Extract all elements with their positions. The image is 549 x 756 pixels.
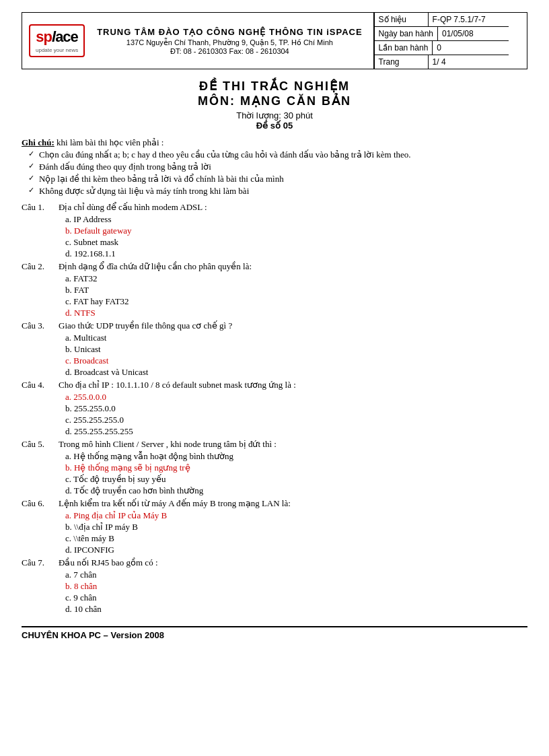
question-row: Câu 4.Cho địa chỉ IP : 10.1.1.10 / 8 có …	[22, 380, 527, 438]
note-intro: khi làm bài thi học viên phải :	[57, 137, 163, 147]
title-time: Thời lượng: 30 phút	[22, 110, 527, 121]
question-option: c. FAT hay FAT32	[65, 296, 527, 307]
header: splace update your news TRUNG TÂM ĐÀO TẠ…	[22, 12, 527, 69]
so-hieu-value: F-QP 7.5.1/7-7	[429, 13, 509, 26]
question-option: c. 255.255.255.0	[65, 415, 527, 425]
question-option: c. Broadcast	[65, 355, 527, 366]
question-option: b. \\địa chỉ IP máy B	[65, 522, 527, 532]
question-content: Trong mô hình Client / Server , khi node…	[59, 439, 527, 497]
note-item: Chọn câu đúng nhất a; b; c hay d theo yê…	[28, 149, 527, 160]
question-option: b. 255.255.0.0	[65, 403, 527, 414]
question-row: Câu 6.Lệnh kiểm tra kết nối từ máy A đến…	[22, 498, 527, 556]
question-option: a. IP Address	[65, 214, 527, 225]
question-options: a. Multicastb. Unicastc. Broadcastd. Bro…	[65, 333, 527, 378]
question-option: d. Tốc độ truyền cao hơn bình thường	[65, 485, 527, 496]
org-addr: 137C Nguyễn Chí Thanh, Phường 9, Quận 5,…	[97, 38, 362, 47]
header-left: splace update your news TRUNG TÂM ĐÀO TẠ…	[22, 13, 374, 69]
note-list: Chọn câu đúng nhất a; b; c hay d theo yê…	[28, 149, 527, 197]
note-title: Ghi chú:	[22, 137, 54, 147]
question-text: Địa chỉ dùng để cấu hình modem ADSL :	[59, 202, 527, 213]
header-center: TRUNG TÂM ĐÀO TẠO CÔNG NGHỆ THÔNG TIN iS…	[93, 24, 366, 58]
question-text: Đầu nối RJ45 bao gồm có :	[59, 557, 527, 568]
footer-text: CHUYÊN KHOA PC – Version 2008	[22, 630, 164, 640]
lan-bh-value: 0	[433, 41, 508, 55]
note-item: Đánh dấu đúng theo quy định trong bảng t…	[28, 162, 527, 172]
title-block: ĐỀ THI TRẮC NGHIỆM MÔN: MẠNG CĂN BẢN Thờ…	[22, 79, 527, 131]
lan-bh-label: Lần ban hành	[375, 41, 433, 55]
title-deso: Đề số 05	[22, 121, 527, 131]
question-option: d. Broadcast và Unicast	[65, 367, 527, 378]
org-phone: ĐT: 08 - 2610303 Fax: 08 - 2610304	[97, 47, 362, 55]
question-options: a. IP Addressb. Default gatewayc. Subnet…	[65, 214, 527, 259]
question-options: a. FAT32b. FATc. FAT hay FAT32d. NTFS	[65, 273, 527, 318]
question-text: Định dạng ổ đĩa chứa dữ liệu cần cho phâ…	[59, 261, 527, 272]
question-number: Câu 1.	[22, 202, 59, 260]
question-block: Câu 1.Địa chỉ dùng để cấu hình modem ADS…	[22, 202, 527, 615]
logo: splace	[36, 28, 78, 46]
question-number: Câu 4.	[22, 380, 59, 438]
question-options: a. 7 chânb. 8 chânc. 9 chând. 10 chân	[65, 570, 527, 615]
trang-row: Trang 1/ 4	[375, 55, 509, 69]
question-option: b. Default gateway	[65, 226, 527, 236]
question-content: Định dạng ổ đĩa chứa dữ liệu cần cho phâ…	[59, 261, 527, 319]
title-line2: MÔN: MẠNG CĂN BẢN	[22, 94, 527, 108]
question-options: a. 255.0.0.0b. 255.255.0.0c. 255.255.255…	[65, 392, 527, 437]
note-item: Không được sử dụng tài liệu và máy tính …	[28, 186, 527, 197]
ngay-bh-row: Ngày ban hành 01/05/08	[375, 27, 509, 41]
question-row: Câu 1.Địa chỉ dùng để cấu hình modem ADS…	[22, 202, 527, 260]
question-option: a. Hệ thống mạng vẫn hoạt động bình thườ…	[65, 451, 527, 462]
question-option: c. \\tên máy B	[65, 533, 527, 544]
question-option: c. 9 chân	[65, 592, 527, 603]
question-option: b. FAT	[65, 285, 527, 296]
question-option: d. NTFS	[65, 308, 527, 318]
question-row: Câu 5.Trong mô hình Client / Server , kh…	[22, 439, 527, 497]
logo-sub: update your news	[36, 47, 78, 53]
ngay-bh-label: Ngày ban hành	[375, 27, 438, 40]
question-option: a. Multicast	[65, 333, 527, 343]
question-number: Câu 7.	[22, 557, 59, 615]
question-number: Câu 6.	[22, 498, 59, 556]
question-row: Câu 3.Giao thức UDP truyền file thông qu…	[22, 320, 527, 378]
question-option: b. Hệ thống mạng sẽ bị ngưng trệ	[65, 462, 527, 473]
trang-label: Trang	[375, 55, 429, 69]
footer: CHUYÊN KHOA PC – Version 2008	[22, 626, 527, 640]
note-item: Nộp lại đề thi kèm theo bảng trả lời và …	[28, 174, 527, 184]
question-options: a. Hệ thống mạng vẫn hoạt động bình thườ…	[65, 451, 527, 496]
question-text: Lệnh kiểm tra kết nối từ máy A đến máy B…	[59, 498, 527, 509]
question-number: Câu 5.	[22, 439, 59, 497]
question-option: d. 255.255.255.255	[65, 426, 527, 437]
question-option: d. 10 chân	[65, 604, 527, 615]
note-block: Ghi chú: khi làm bài thi học viên phải :…	[22, 137, 527, 197]
title-line1: ĐỀ THI TRẮC NGHIỆM	[22, 79, 527, 94]
question-text: Giao thức UDP truyền file thông qua cơ c…	[59, 320, 527, 331]
question-row: Câu 2.Định dạng ổ đĩa chứa dữ liệu cần c…	[22, 261, 527, 319]
question-option: b. 8 chân	[65, 581, 527, 592]
question-option: a. FAT32	[65, 273, 527, 284]
question-option: a. 255.0.0.0	[65, 392, 527, 403]
question-option: b. Unicast	[65, 344, 527, 355]
question-option: a. Ping địa chỉ IP của Máy B	[65, 510, 527, 521]
question-number: Câu 2.	[22, 261, 59, 319]
question-number: Câu 3.	[22, 320, 59, 378]
ngay-bh-value: 01/05/08	[438, 27, 509, 40]
lan-bh-row: Lần ban hành 0	[375, 41, 509, 55]
header-right: Số hiệu F-QP 7.5.1/7-7 Ngày ban hành 01/…	[374, 13, 509, 69]
question-option: c. Tốc độ truyền bị suy yếu	[65, 474, 527, 485]
question-option: a. 7 chân	[65, 570, 527, 580]
page: splace update your news TRUNG TÂM ĐÀO TẠ…	[0, 0, 549, 756]
logo-box: splace update your news	[29, 24, 85, 57]
question-content: Địa chỉ dùng để cấu hình modem ADSL :a. …	[59, 202, 527, 260]
question-content: Cho địa chỉ IP : 10.1.1.10 / 8 có defaul…	[59, 380, 527, 438]
question-option: d. 192.168.1.1	[65, 248, 527, 259]
question-option: c. Subnet mask	[65, 237, 527, 248]
question-content: Lệnh kiểm tra kết nối từ máy A đến máy B…	[59, 498, 527, 556]
question-content: Giao thức UDP truyền file thông qua cơ c…	[59, 320, 527, 378]
question-row: Câu 7.Đầu nối RJ45 bao gồm có :a. 7 chân…	[22, 557, 527, 615]
so-hieu-label: Số hiệu	[375, 13, 429, 26]
trang-value: 1/ 4	[429, 55, 509, 69]
question-content: Đầu nối RJ45 bao gồm có :a. 7 chânb. 8 c…	[59, 557, 527, 615]
question-text: Trong mô hình Client / Server , khi node…	[59, 439, 527, 450]
question-option: d. IPCONFIG	[65, 545, 527, 555]
question-options: a. Ping địa chỉ IP của Máy Bb. \\địa chỉ…	[65, 510, 527, 555]
question-text: Cho địa chỉ IP : 10.1.1.10 / 8 có defaul…	[59, 380, 527, 390]
